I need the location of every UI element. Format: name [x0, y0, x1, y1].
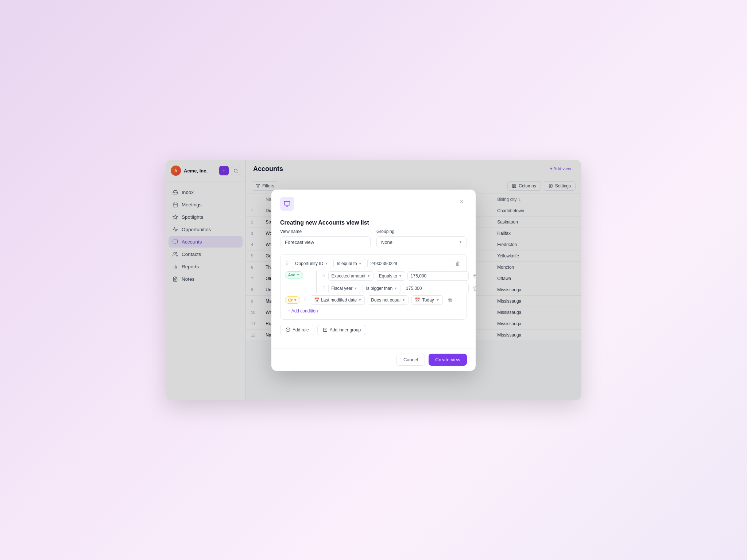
- op-chevron-3: ▼: [394, 287, 397, 290]
- value-chevron-4: ▼: [436, 298, 440, 302]
- operator-select-2[interactable]: Equals to ▼: [376, 271, 405, 281]
- add-inner-group-button[interactable]: Add inner group: [317, 325, 366, 335]
- field-label-3: Fiscal year: [332, 286, 353, 291]
- delete-condition-3[interactable]: 🗑: [471, 284, 476, 293]
- modal-header-left: [280, 197, 294, 211]
- add-rule-label: Add rule: [293, 327, 309, 332]
- modal-close-button[interactable]: ×: [457, 197, 467, 207]
- grouping-chevron: ▼: [459, 240, 462, 244]
- grouping-select[interactable]: None ▼: [376, 236, 467, 248]
- conditions-area: ⠿ Opportunity ID ▼ Is equal to ▼ 🗑: [280, 254, 467, 320]
- view-name-label: View name: [280, 229, 371, 234]
- calendar-small-icon: 📅: [314, 298, 320, 303]
- op-chevron-1: ▼: [359, 262, 362, 265]
- cancel-button[interactable]: Cancel: [396, 354, 425, 366]
- field-label-1: Opportunity ID: [295, 261, 323, 266]
- drag-handle-1[interactable]: ⠿: [285, 260, 290, 267]
- operator-select-4[interactable]: Does not equal ▼: [368, 295, 409, 305]
- field-label-4: Last modified date: [321, 298, 357, 303]
- condition-row-1: ⠿ Opportunity ID ▼ Is equal to ▼ 🗑: [285, 259, 462, 268]
- drag-handle-2[interactable]: ⠿: [321, 273, 326, 279]
- field-chevron-4: ▼: [358, 298, 361, 302]
- operator-label-4: Does not equal: [371, 298, 400, 303]
- field-chevron-2: ▼: [367, 274, 370, 278]
- op-chevron-2: ▼: [399, 274, 402, 278]
- drag-handle-4[interactable]: ⠿: [303, 297, 308, 303]
- value-select-4[interactable]: 📅 Today ▼: [411, 295, 443, 305]
- grouping-group: Grouping None ▼: [376, 229, 467, 248]
- field-select-1[interactable]: Opportunity ID ▼: [292, 259, 331, 268]
- operator-select-1[interactable]: Is equal to ▼: [333, 259, 365, 268]
- view-name-input[interactable]: [280, 236, 371, 248]
- and-connector-area: And ▼ ⠿ Expected amount ▼: [285, 271, 462, 293]
- drag-handle-3[interactable]: ⠿: [321, 285, 326, 292]
- and-chevron: ▼: [297, 273, 300, 277]
- modal-icon: [280, 197, 294, 211]
- field-chevron-3: ▼: [354, 287, 357, 290]
- modal: × Creating new Accounts view list View n…: [271, 190, 476, 371]
- add-inner-group-label: Add inner group: [330, 327, 361, 332]
- modal-header: ×: [271, 190, 476, 217]
- modal-overlay: × Creating new Accounts view list View n…: [166, 160, 581, 400]
- grouping-label: Grouping: [376, 229, 467, 234]
- delete-condition-1[interactable]: 🗑: [453, 259, 462, 268]
- svg-rect-21: [285, 201, 290, 205]
- value-label-4: Today: [422, 298, 434, 303]
- or-badge[interactable]: Or ▼: [285, 296, 300, 304]
- inner-conditions: ⠿ Expected amount ▼ Equals to ▼: [316, 271, 476, 293]
- operator-label-2: Equals to: [379, 273, 397, 279]
- condition-row-3: ⠿ Fiscal year ▼ Is bigger than ▼: [321, 284, 476, 293]
- modal-title: Creating new Accounts view list: [280, 219, 467, 226]
- operator-select-3[interactable]: Is bigger than ▼: [363, 284, 400, 293]
- create-view-button[interactable]: Create view: [429, 354, 467, 366]
- add-rule-button[interactable]: Add rule: [280, 325, 314, 335]
- field-select-2[interactable]: Expected amount ▼: [328, 271, 374, 281]
- field-select-3[interactable]: Fiscal year ▼: [328, 284, 361, 293]
- or-chevron: ▼: [294, 298, 297, 302]
- modal-title-area: Creating new Accounts view list: [271, 219, 476, 229]
- modal-body: View name Grouping None ▼: [271, 229, 476, 348]
- and-badge[interactable]: And ▼: [285, 271, 303, 279]
- modal-footer: Cancel Create view: [271, 348, 476, 371]
- delete-condition-2[interactable]: 🗑: [471, 272, 476, 280]
- field-select-4[interactable]: 📅 Last modified date ▼: [311, 295, 365, 305]
- add-condition-button[interactable]: + Add condition: [285, 307, 321, 315]
- delete-condition-4[interactable]: 🗑: [446, 296, 454, 304]
- field-chevron-1: ▼: [325, 262, 328, 265]
- bottom-actions: Add rule Add inner group: [280, 325, 467, 335]
- or-connector-area: Or ▼ ⠿ 📅 Last modified date ▼ Does not e…: [285, 295, 462, 305]
- value-input-3[interactable]: [403, 284, 469, 293]
- view-name-group: View name: [280, 229, 371, 248]
- calendar-icon-4: 📅: [415, 298, 420, 303]
- op-chevron-4: ▼: [402, 298, 405, 302]
- grouping-value: None: [381, 240, 392, 245]
- value-input-2[interactable]: [407, 271, 469, 281]
- operator-label-1: Is equal to: [337, 261, 357, 266]
- field-label-2: Expected amount: [332, 273, 365, 279]
- app-window: A Acme, Inc. + Inbox: [166, 160, 581, 400]
- operator-label-3: Is bigger than: [366, 286, 392, 291]
- condition-row-2: ⠿ Expected amount ▼ Equals to ▼: [321, 271, 476, 281]
- form-row: View name Grouping None ▼: [280, 229, 467, 248]
- value-input-1[interactable]: [367, 259, 451, 268]
